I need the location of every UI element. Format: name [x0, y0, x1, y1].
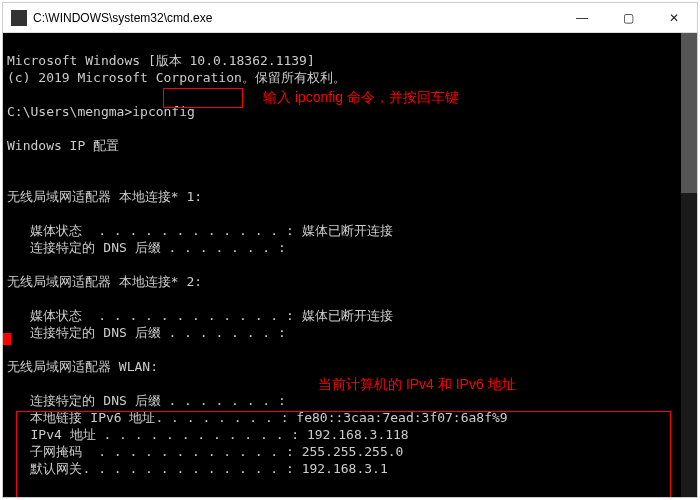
prompt-1-command: ipconfig [132, 104, 195, 119]
header-line-1: Microsoft Windows [版本 10.0.18362.1139] [7, 53, 315, 68]
adapter3-ipv6-value: fe80::3caa:7ead:3f07:6a8f%9 [296, 410, 507, 425]
adapter1-media-value: 媒体已断开连接 [302, 223, 393, 238]
ipconfig-header: Windows IP 配置 [7, 138, 119, 153]
adapter3-ipv4-value: 192.168.3.118 [307, 427, 409, 442]
prompt-1-path: C:\Users\mengma> [7, 104, 132, 119]
adapter3-gw-value: 192.168.3.1 [302, 461, 388, 476]
annotation-command-hint: 输入 ipconfig 命令，并按回车键 [263, 89, 459, 106]
cmd-icon [11, 10, 27, 26]
adapter2-dns-label: 连接特定的 DNS 后缀 . . . . . . . : [7, 325, 286, 340]
adapter3-gw-label: 默认网关. . . . . . . . . . . . . : [7, 461, 302, 476]
annotation-address-hint: 当前计算机的 IPv4 和 IPv6 地址 [318, 376, 516, 393]
adapter1-title: 无线局域网适配器 本地连接* 1: [7, 189, 202, 204]
prompt-2-path: C:\Users\mengma> [7, 495, 132, 497]
adapter3-dns-label: 连接特定的 DNS 后缀 . . . . . . . : [7, 393, 286, 408]
adapter1-dns-label: 连接特定的 DNS 后缀 . . . . . . . : [7, 240, 286, 255]
maximize-button[interactable]: ▢ [605, 3, 651, 32]
annotation-side-marker [3, 333, 11, 345]
adapter3-mask-label: 子网掩码 . . . . . . . . . . . . : [7, 444, 302, 459]
adapter3-ipv4-label: IPv4 地址 . . . . . . . . . . . . : [7, 427, 307, 442]
adapter3-mask-value: 255.255.255.0 [302, 444, 404, 459]
terminal-output[interactable]: Microsoft Windows [版本 10.0.18362.1139] (… [3, 33, 697, 497]
adapter3-ipv6-label: 本地链接 IPv6 地址. . . . . . . . : [7, 410, 296, 425]
scrollbar-thumb[interactable] [681, 33, 697, 193]
adapter2-media-value: 媒体已断开连接 [302, 308, 393, 323]
adapter2-title: 无线局域网适配器 本地连接* 2: [7, 274, 202, 289]
titlebar[interactable]: C:\WINDOWS\system32\cmd.exe — ▢ ✕ [3, 3, 697, 33]
adapter3-title: 无线局域网适配器 WLAN: [7, 359, 158, 374]
minimize-button[interactable]: — [559, 3, 605, 32]
header-line-2: (c) 2019 Microsoft Corporation。保留所有权利。 [7, 70, 346, 85]
adapter2-media-label: 媒体状态 . . . . . . . . . . . . : [7, 308, 302, 323]
close-button[interactable]: ✕ [651, 3, 697, 32]
scrollbar-track[interactable] [681, 33, 697, 497]
window-title: C:\WINDOWS\system32\cmd.exe [33, 11, 559, 25]
window-controls: — ▢ ✕ [559, 3, 697, 32]
adapter1-media-label: 媒体状态 . . . . . . . . . . . . : [7, 223, 302, 238]
cmd-window: C:\WINDOWS\system32\cmd.exe — ▢ ✕ Micros… [2, 2, 698, 498]
